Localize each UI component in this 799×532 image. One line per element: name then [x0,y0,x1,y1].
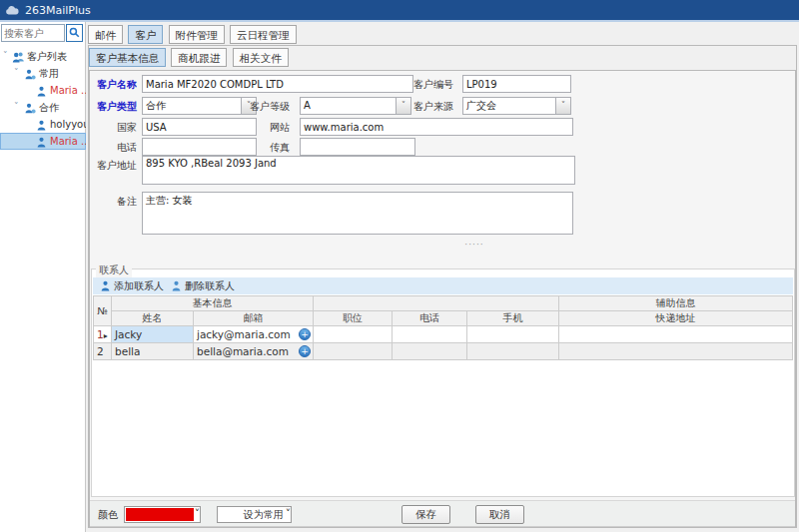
person-badge-icon [24,102,36,116]
title-bar: 263MailPlus [0,0,799,20]
chevron-down-icon[interactable]: ˅ [14,65,19,81]
color-select[interactable]: ˅ [124,506,201,523]
footer-bar: 颜色 ˅ 设为常用 ˅ 保存 取消 [90,500,795,527]
tree-item-label: 合作 [39,99,59,116]
col-express-address[interactable]: 快递地址 [559,311,793,326]
tree-item-cooperation-group[interactable]: ˅ 合作 [0,99,86,116]
color-swatch [126,508,194,521]
customer-address-textarea[interactable]: 895 KYO ,RBeal 2093 Jand [142,156,575,185]
express-address-cell[interactable] [559,343,793,360]
name-cell[interactable]: Jacky [112,326,194,343]
mobile-cell[interactable] [467,326,559,343]
splitter-handle[interactable]: ····· [459,240,489,250]
group-middle [314,296,559,311]
customer-type-select[interactable]: 合作 ˅ [142,97,257,115]
contacts-table: № 基本信息 辅助信息 姓名 邮箱 职位 电话 手机 快递地址 [93,295,793,360]
website-label: 网站 [250,121,290,135]
tab-opportunity-follow[interactable]: 商机跟进 [171,48,227,67]
customer-code-label: 客户编号 [413,78,453,92]
basic-info-panel: 客户名称 客户编号 客户类型 合作 ˅ 客户等级 A ˅ 客户来源 广交会 ˅ … [89,70,796,527]
tree-item-label: holyyou [50,116,86,133]
customer-level-label: 客户等级 [250,100,290,114]
current-row-marker: ▸ [104,331,108,340]
fax-label: 传真 [250,141,290,155]
plus-icon[interactable]: + [299,345,311,357]
express-address-cell[interactable] [559,326,793,343]
customer-source-select[interactable]: 广交会 ˅ [462,97,571,115]
tree-item-label: Maria ... [50,133,86,150]
cloud-icon [5,5,20,16]
search-button[interactable] [66,24,83,42]
phone-cell[interactable] [393,343,467,360]
fax-input[interactable] [300,138,415,156]
col-name[interactable]: 姓名 [112,311,194,326]
chevron-down-icon[interactable]: ˅ [555,98,570,114]
person-icon [36,85,47,99]
tree-item-common-group[interactable]: ˅ 常用 [0,65,86,82]
cancel-button[interactable]: 取消 [475,505,524,524]
chevron-down-icon[interactable]: ˅ [396,98,410,114]
chevron-down-icon[interactable]: ˅ [286,507,291,522]
phone-cell[interactable] [393,326,467,343]
tab-customer-basic-info[interactable]: 客户基本信息 [89,48,166,67]
name-cell[interactable]: bella [112,343,194,360]
tree-item-maria-common[interactable]: Maria ... [0,82,86,99]
row-number-cell: 1▸ [94,326,112,343]
chevron-down-icon[interactable]: ˅ [195,507,200,522]
customer-name-label: 客户名称 [90,78,137,92]
plus-icon[interactable]: + [299,328,311,340]
customer-code-input[interactable] [462,75,571,93]
phone-input[interactable] [142,138,257,156]
col-email[interactable]: 邮箱 [194,311,314,326]
col-phone[interactable]: 电话 [393,311,467,326]
tab-attachment-management[interactable]: 附件管理 [169,25,225,44]
tab-customer[interactable]: 客户 [128,25,163,44]
main-tab-strip: 邮件 客户 附件管理 云日程管理 [88,25,299,44]
delete-contact-icon [171,280,182,291]
email-cell[interactable]: bella@maria.com + [194,343,314,360]
search-icon [69,27,80,40]
tree-item-maria-selected[interactable]: Maria ... [0,133,86,150]
save-button[interactable]: 保存 [401,505,450,524]
search-input[interactable] [1,24,65,42]
col-mobile[interactable]: 手机 [467,311,559,326]
group-basic-info: 基本信息 [112,296,314,311]
person-icon [36,119,47,133]
customers-group-icon [12,51,25,65]
customer-source-label: 客户来源 [413,100,453,114]
position-cell[interactable] [314,326,393,343]
customer-name-input[interactable] [142,75,413,93]
chevron-down-icon[interactable]: ˅ [14,99,19,115]
header-group-row: № 基本信息 辅助信息 [94,296,793,311]
country-input[interactable] [142,118,257,136]
remark-textarea[interactable]: 主营: 女装 [142,192,573,235]
tab-related-files[interactable]: 相关文件 [233,48,289,67]
delete-contact-button[interactable]: 删除联系人 [171,279,235,293]
customer-level-select[interactable]: A ˅ [300,97,411,115]
tab-mail[interactable]: 邮件 [88,25,123,44]
website-input[interactable] [300,118,573,136]
tab-cloud-schedule[interactable]: 云日程管理 [230,25,297,44]
add-contact-button[interactable]: 添加联系人 [100,279,164,293]
col-position[interactable]: 职位 [314,311,393,326]
customer-level-value: A [301,98,396,114]
email-cell[interactable]: jacky@maria.com + [194,326,314,343]
group-aux-info: 辅助信息 [559,296,793,311]
color-label: 颜色 [98,508,118,522]
tree-item-customer-list[interactable]: ˅ 客户列表 [0,48,86,65]
table-row: 1▸ Jacky jacky@maria.com + [94,326,793,343]
tree-item-holyyou[interactable]: holyyou [0,116,86,133]
contacts-toolbar: 添加联系人 删除联系人 [93,277,793,294]
delete-contact-label: 删除联系人 [185,279,235,293]
sub-tab-strip: 客户基本信息 商机跟进 相关文件 [89,48,291,67]
set-common-select[interactable]: 设为常用 ˅ [217,506,292,523]
customer-address-label: 客户地址 [90,159,137,173]
customer-source-value: 广交会 [463,98,555,114]
remark-label: 备注 [90,195,137,209]
position-cell[interactable] [314,343,393,360]
tree-item-label: 常用 [39,65,59,82]
mobile-cell[interactable] [467,343,559,360]
chevron-down-icon[interactable]: ˅ [3,48,8,64]
add-contact-icon [100,280,111,291]
app-title: 263MailPlus [25,4,91,17]
